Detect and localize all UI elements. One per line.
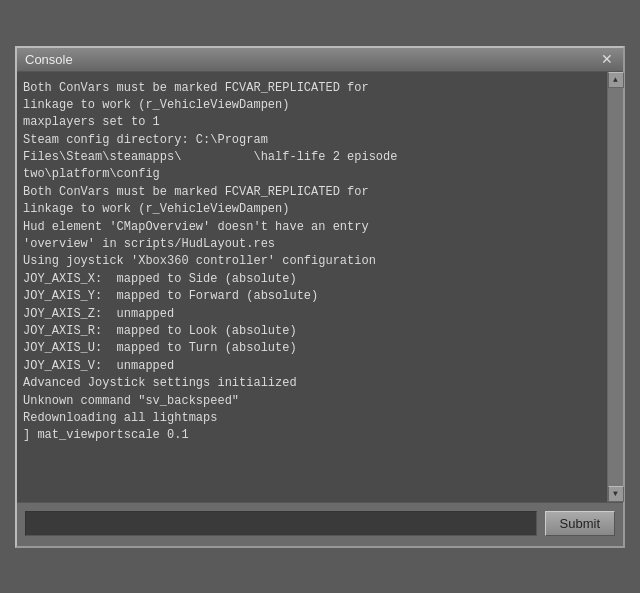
submit-button[interactable]: Submit bbox=[545, 511, 615, 536]
scroll-down-button[interactable]: ▼ bbox=[608, 486, 624, 502]
scroll-up-button[interactable]: ▲ bbox=[608, 72, 624, 88]
title-bar: Console ✕ bbox=[17, 48, 623, 72]
close-button[interactable]: ✕ bbox=[599, 52, 615, 66]
console-window: Console ✕ Both ConVars must be marked FC… bbox=[15, 46, 625, 548]
console-output-wrapper: Both ConVars must be marked FCVAR_REPLIC… bbox=[17, 72, 623, 502]
scrollbar: ▲ ▼ bbox=[607, 72, 623, 502]
console-input-area: Submit bbox=[17, 502, 623, 546]
window-title: Console bbox=[25, 52, 73, 67]
console-input[interactable] bbox=[25, 511, 537, 536]
console-output: Both ConVars must be marked FCVAR_REPLIC… bbox=[17, 72, 607, 502]
scroll-track bbox=[608, 88, 623, 486]
